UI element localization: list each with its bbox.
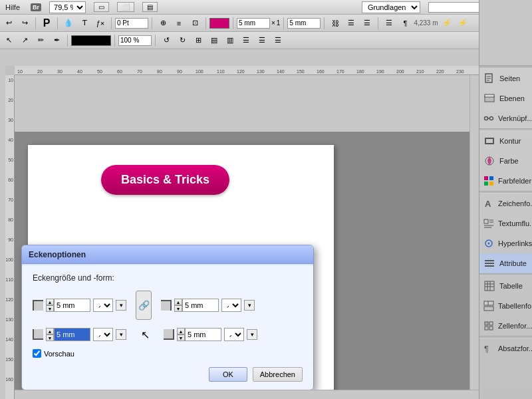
br-value-input[interactable] — [185, 328, 221, 341]
mode-button-3[interactable]: ▤ — [142, 2, 158, 12]
sidebar-item-textumflu[interactable]: Textumflu... — [479, 213, 532, 233]
spin-arrows-br[interactable]: ▲ ▼ — [177, 328, 185, 341]
bl-style-btn[interactable]: ▾ — [116, 329, 126, 340]
sidebar-item-tabelle[interactable]: Tabelle — [479, 276, 532, 296]
direct-btn[interactable]: ↗ — [17, 34, 32, 47]
spin-down-br[interactable]: ▼ — [177, 334, 185, 341]
para-btn[interactable]: ¶ — [398, 17, 412, 30]
align2-btn[interactable]: ≡ — [172, 17, 186, 30]
select-btn[interactable]: ↖ — [1, 34, 16, 47]
mode-button-1[interactable]: ▭ — [94, 2, 109, 12]
stroke-color-box[interactable] — [71, 35, 111, 46]
extra1[interactable]: ⚡ — [440, 17, 454, 30]
spin-up-br[interactable]: ▲ — [177, 328, 185, 334]
spin-down-bl[interactable]: ▼ — [46, 334, 54, 341]
br-badge[interactable]: Br — [31, 3, 41, 11]
dim2: 4,233 m — [414, 19, 438, 27]
text-btn[interactable]: P — [39, 17, 54, 30]
sidebar-item-attribute[interactable]: Attribute — [479, 253, 532, 273]
col-btn[interactable]: ☰ — [382, 17, 396, 30]
spin-group-br: ▲ ▼ — [177, 328, 221, 341]
sidebar-item-seiten[interactable]: Seiten — [479, 68, 532, 88]
arrow2-btn[interactable]: ↻ — [175, 34, 190, 47]
spin-arrows-tr[interactable]: ▲ ▼ — [174, 299, 182, 312]
extra8[interactable]: ☰ — [271, 34, 285, 47]
script-btn[interactable]: ƒ× — [93, 17, 108, 30]
br-corner-style[interactable]: ↗ — [224, 328, 244, 341]
align3-btn[interactable]: ⊡ — [188, 17, 202, 30]
spin-down-tl[interactable]: ▼ — [46, 305, 54, 312]
spin-up-tr[interactable]: ▲ — [174, 299, 182, 305]
menu-bar: Hilfe Br 79,5 % ▭ ⬜ ▤ Grundlagen – □ ✕ — [0, 0, 532, 15]
ok-button[interactable]: OK — [209, 367, 247, 382]
sidebar-item-hyperlinks[interactable]: Hyperlinks — [479, 233, 532, 253]
sidebar-item-zeichenfo[interactable]: A Zeichenfo... — [479, 194, 532, 213]
sidebar-item-ebenen[interactable]: Ebenen — [479, 88, 532, 108]
fill-color-box[interactable] — [209, 18, 229, 29]
height-input[interactable] — [287, 18, 321, 29]
preview-checkbox[interactable] — [33, 349, 41, 358]
menu-hilfe[interactable]: Hilfe — [3, 2, 23, 13]
align-r[interactable]: ☰ — [360, 17, 374, 30]
search-input[interactable] — [428, 2, 481, 13]
bl-value-input[interactable] — [54, 328, 90, 341]
zoom-select[interactable]: 79,5 % — [49, 1, 86, 13]
extra2[interactable]: ⚡ — [456, 17, 470, 30]
ruler-h-40: 40 — [77, 69, 82, 74]
svg-rect-14 — [489, 182, 493, 186]
spin-down-tr[interactable]: ▼ — [174, 305, 182, 312]
link-icon[interactable]: 🔗 — [136, 291, 152, 320]
width-input[interactable] — [237, 18, 270, 29]
mode-button-2[interactable]: ⬜ — [117, 2, 134, 12]
extra6[interactable]: ☰ — [239, 34, 253, 47]
bt-btn-top[interactable]: Basics & Tricks — [101, 165, 229, 195]
link-btn[interactable]: ⛓ — [328, 17, 342, 30]
extra5[interactable]: ▥ — [223, 34, 237, 47]
pen-btn[interactable]: ✏ — [33, 34, 48, 47]
redo-btn[interactable]: ↪ — [17, 17, 32, 30]
sidebar-label-tabellenfo: Tabellenfo... — [498, 302, 532, 310]
tl-style-btn[interactable]: ▾ — [116, 300, 126, 311]
scale-input[interactable] — [118, 35, 152, 46]
ruler-container: 10 20 30 40 50 60 70 80 90 100 110 120 1… — [5, 66, 532, 399]
sidebar-item-tabellenfo[interactable]: Tabellenfo... — [479, 296, 532, 316]
cancel-button[interactable]: Abbrechen — [253, 367, 303, 382]
eyedrop-btn[interactable]: 💧 — [61, 17, 76, 30]
scroll-v[interactable] — [469, 75, 479, 399]
tl-corner-style[interactable]: ↗ — [93, 299, 113, 312]
sidebar-item-farbe[interactable]: Farbe — [479, 151, 532, 171]
sidebar-item-absatzfor[interactable]: ¶ Absatzfor... — [479, 338, 532, 358]
spin-up-bl[interactable]: ▲ — [46, 328, 54, 334]
sidebar-item-verknuepf[interactable]: Verknüpf... — [479, 108, 532, 128]
tr-corner-style[interactable]: ↗ — [221, 299, 241, 312]
tr-style-btn[interactable]: ▾ — [244, 300, 255, 311]
sidebar-item-kontur[interactable]: Kontur — [479, 131, 532, 151]
ruler-v-40: 40 — [8, 138, 13, 142]
sidebar-label-farbfelder: Farbfelder — [498, 177, 531, 185]
br-style-btn[interactable]: ▾ — [247, 329, 257, 340]
align-l[interactable]: ☰ — [344, 17, 358, 30]
extra4[interactable]: ▤ — [207, 34, 221, 47]
sidebar-item-farbfelder[interactable]: Farbfelder — [479, 171, 532, 191]
tr-value-input[interactable] — [182, 299, 219, 312]
extra7[interactable]: ☰ — [255, 34, 269, 47]
type-btn[interactable]: Ƭ — [77, 17, 92, 30]
spin-arrows-tl[interactable]: ▲ ▼ — [46, 299, 54, 312]
textumflu-icon — [483, 217, 494, 229]
sidebar-label-verknuepf: Verknüpf... — [498, 114, 532, 122]
sidebar-label-zellenfor: Zellenfor... — [498, 322, 532, 330]
svg-rect-11 — [484, 176, 488, 180]
bl-corner-style[interactable]: ↗ — [93, 328, 113, 341]
stroke-input[interactable] — [115, 18, 148, 29]
align-btn[interactable]: ⊕ — [156, 17, 170, 30]
tl-value-input[interactable] — [54, 299, 90, 312]
spin-arrows-bl[interactable]: ▲ ▼ — [46, 328, 54, 341]
undo-btn[interactable]: ↩ — [1, 17, 16, 30]
extra3[interactable]: ⊞ — [191, 34, 205, 47]
workspace-select[interactable]: Grundlagen — [362, 1, 420, 13]
sidebar-item-zellenfor[interactable]: Zellenfor... — [479, 316, 532, 336]
scroll-h[interactable] — [15, 390, 479, 399]
pencil-btn[interactable]: ✒ — [49, 34, 64, 47]
spin-up-tl[interactable]: ▲ — [46, 299, 54, 305]
arrow-btn[interactable]: ↺ — [159, 34, 174, 47]
